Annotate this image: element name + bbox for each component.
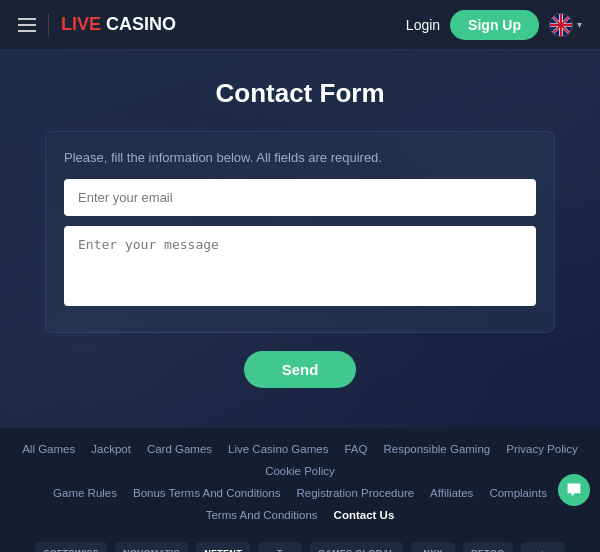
email-input[interactable] bbox=[64, 179, 536, 216]
message-input[interactable] bbox=[64, 226, 536, 306]
language-selector[interactable]: ▾ bbox=[549, 13, 582, 37]
flag-icon bbox=[549, 13, 573, 37]
signup-button[interactable]: Sign Up bbox=[450, 10, 539, 40]
login-button[interactable]: Login bbox=[406, 17, 440, 33]
footer-link-game-rules[interactable]: Game Rules bbox=[51, 484, 119, 502]
footer-link-cookie-policy[interactable]: Cookie Policy bbox=[263, 462, 337, 480]
footer-link-affiliates[interactable]: Affiliates bbox=[428, 484, 475, 502]
footer-link-privacy-policy[interactable]: Privacy Policy bbox=[504, 440, 580, 458]
hamburger-menu[interactable] bbox=[18, 18, 36, 32]
footer-nav: All Games Jackpot Card Games Live Casino… bbox=[0, 428, 600, 534]
footer-link-responsible-gaming[interactable]: Responsible Gaming bbox=[381, 440, 492, 458]
footer-nav-row-2: Game Rules Bonus Terms And Conditions Re… bbox=[10, 484, 590, 524]
provider-logos-strip: SOFTSWISS NOVOMATIC NETENT T GAMES GLOBA… bbox=[0, 534, 600, 552]
form-info-text: Please, fill the information below. All … bbox=[64, 150, 536, 165]
logo-netent: NETENT bbox=[196, 542, 250, 552]
footer-link-live-casino-games[interactable]: Live Casino Games bbox=[226, 440, 330, 458]
header-right: Login Sign Up ▾ bbox=[406, 10, 582, 40]
logo-betgo: BETGO bbox=[463, 542, 513, 552]
logo-softswiss: SOFTSWISS bbox=[35, 542, 107, 552]
logo-nyx: NYX bbox=[411, 542, 455, 552]
header-divider bbox=[48, 14, 49, 36]
contact-form-card: Please, fill the information below. All … bbox=[45, 131, 555, 333]
contact-section: Contact Form Please, fill the informatio… bbox=[0, 50, 600, 428]
logo-casino: CASINO bbox=[101, 14, 176, 34]
send-button[interactable]: Send bbox=[244, 351, 357, 388]
logo-pariplay: ♠ bbox=[521, 542, 565, 552]
chat-icon bbox=[566, 482, 582, 498]
footer-link-faq[interactable]: FAQ bbox=[342, 440, 369, 458]
header: LIVE CASINO Login Sign Up ▾ bbox=[0, 0, 600, 50]
header-left: LIVE CASINO bbox=[18, 14, 176, 36]
logo-novomatic: NOVOMATIC bbox=[115, 542, 188, 552]
site-logo: LIVE CASINO bbox=[61, 14, 176, 35]
footer-link-contact-us[interactable]: Contact Us bbox=[332, 506, 397, 524]
footer-link-bonus-terms[interactable]: Bonus Terms And Conditions bbox=[131, 484, 282, 502]
logo-tomhorn: T bbox=[258, 542, 302, 552]
send-button-wrapper: Send bbox=[20, 351, 580, 388]
footer-link-jackpot[interactable]: Jackpot bbox=[89, 440, 133, 458]
footer-link-terms[interactable]: Terms And Conditions bbox=[204, 506, 320, 524]
logo-live: LIVE bbox=[61, 14, 101, 34]
page-title: Contact Form bbox=[20, 78, 580, 109]
logo-games-global: GAMES GLOBAL bbox=[310, 542, 403, 552]
chat-bubble[interactable] bbox=[558, 474, 590, 506]
provider-logos-row-1: SOFTSWISS NOVOMATIC NETENT T GAMES GLOBA… bbox=[10, 542, 590, 552]
footer-link-complaints[interactable]: Complaints bbox=[487, 484, 549, 502]
footer-nav-row-1: All Games Jackpot Card Games Live Casino… bbox=[10, 440, 590, 480]
footer-link-card-games[interactable]: Card Games bbox=[145, 440, 214, 458]
footer-link-registration[interactable]: Registration Procedure bbox=[294, 484, 416, 502]
footer-link-all-games[interactable]: All Games bbox=[20, 440, 77, 458]
chevron-down-icon: ▾ bbox=[577, 19, 582, 30]
